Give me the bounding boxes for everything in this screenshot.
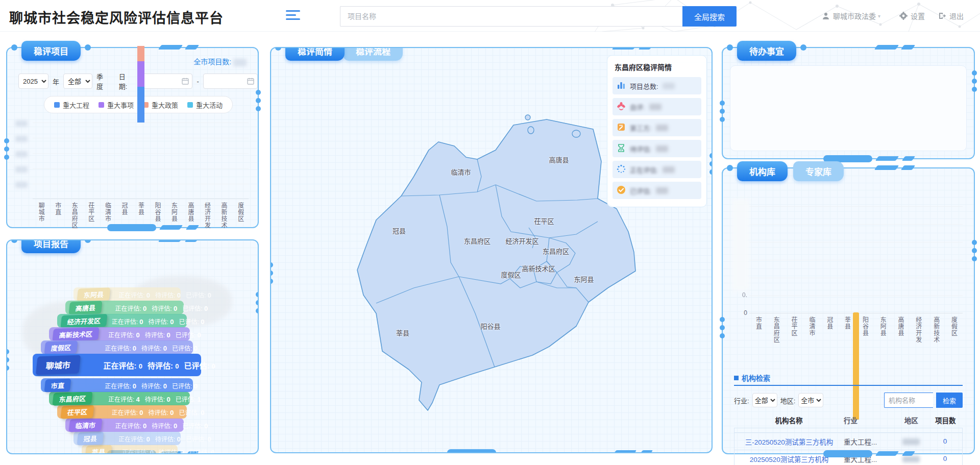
bar-segment-重大政策[interactable] <box>137 46 144 61</box>
gear-icon <box>899 12 908 20</box>
redacted-region <box>902 456 920 462</box>
blurred-tick <box>15 151 28 157</box>
stat-value: 0 <box>133 344 136 352</box>
stat-value: 0 <box>211 448 214 454</box>
frame-decoration <box>709 153 713 158</box>
stat-label: 待评估: <box>148 361 175 370</box>
org-search-filters: 行业: 全部 地区: 全市 检索 <box>734 392 963 408</box>
legend-item[interactable]: 重大活动 <box>187 100 223 110</box>
legend-item[interactable]: 重大事项 <box>99 100 134 110</box>
frame-decoration <box>256 106 261 111</box>
dashboard: 聊城市社会稳定风险评估信息平台 全局搜索 聊城市政法委 ▾ 设置 退出 稳评项目 <box>0 0 980 465</box>
region-report-row[interactable]: 度假区正在评估: 0待评估: 0已评估: 0 <box>41 340 193 354</box>
stat-value: 0 <box>150 448 154 454</box>
region-report-row[interactable]: 市直正在评估: 0待评估: 0已评估: 0 <box>41 378 193 392</box>
stat-label: 已评估: <box>172 345 194 352</box>
region-report-row[interactable]: 临清市正在评估: 0待评估: 0已评估: 0 <box>65 418 184 432</box>
region-report-row[interactable]: 经济开发区正在评估: 0待评估: 0已评估: 0 <box>57 314 187 328</box>
legend-item[interactable]: 重大政策 <box>143 100 178 110</box>
frame-decoration <box>972 70 977 76</box>
tab-assessment-summary[interactable]: 稳评简情 <box>285 47 345 61</box>
region-report-row[interactable]: 莘县正在评估: 0待评估: 0已评估: 0 <box>82 445 178 454</box>
region-report-row[interactable]: 东昌府区正在评估: 4待评估: 0已评估: 1 <box>49 391 190 405</box>
stat-label: 待评估: <box>145 396 167 403</box>
region-label: 东阿县 <box>77 287 111 301</box>
user-menu[interactable]: 聊城市政法委 ▾ <box>822 0 880 32</box>
date-start-input[interactable] <box>138 74 192 89</box>
region-report-row[interactable]: 高唐县正在评估: 0待评估: 0已评估: 0 <box>65 301 184 314</box>
stat-value: 4 <box>136 395 140 403</box>
stat-label: 待评估: <box>149 409 170 416</box>
region-report-row[interactable]: 聊城市正在评估: 0待评估: 0已评估: 0 <box>33 354 201 376</box>
stat-label: 待评估: <box>159 449 181 454</box>
stat-label: 已评估: <box>182 422 204 429</box>
frame-decoration <box>901 45 915 50</box>
tab-org-library[interactable]: 机构库 <box>737 161 788 181</box>
frame-decoration <box>972 79 977 84</box>
org-search-button[interactable]: 检索 <box>936 393 963 408</box>
industry-select[interactable]: 全部 <box>752 393 777 407</box>
settings-button[interactable]: 设置 <box>899 0 925 32</box>
region-stats: 正在评估: 0待评估: 0已评估: 0 <box>104 360 220 371</box>
bar-stack <box>137 46 144 123</box>
quarter-select[interactable]: 全部 <box>63 74 92 89</box>
search-input[interactable] <box>340 6 682 27</box>
tab-expert-library[interactable]: 专家库 <box>793 161 844 181</box>
region-report-row[interactable]: 茌平区正在评估: 0待评估: 0已评估: 0 <box>57 405 187 419</box>
category: 冠县 <box>820 316 838 372</box>
stat-label: 正在评估: <box>105 382 133 389</box>
frame-decoration <box>727 165 733 171</box>
logout-icon <box>938 12 946 20</box>
project-report-panel: 项目报告 东阿县正在评估: 0待评估: 0已评估: 0高唐县正在评估: 0待评估… <box>6 239 259 454</box>
summary-label: 项目总数: <box>630 81 658 91</box>
frame-decoration <box>874 45 899 50</box>
region-label: 茌平区 <box>61 405 94 419</box>
region-select[interactable]: 全市 <box>798 393 823 407</box>
org-name-input[interactable] <box>884 393 933 408</box>
menu-icon[interactable] <box>286 10 300 21</box>
frame-decoration <box>720 325 725 330</box>
frame-decoration <box>727 44 733 51</box>
year-select[interactable]: 2025 <box>18 74 48 89</box>
stat-label: 正在评估: <box>105 345 133 352</box>
stat-label: 已评估: <box>182 305 204 312</box>
tab-assessment-process[interactable]: 稳评流程 <box>344 47 403 61</box>
category-label: 经济开发 <box>915 316 921 372</box>
category: 东昌府区 <box>767 316 785 372</box>
table-row[interactable]: 三-20250520测试第三方机构重大工程...0 <box>734 432 962 450</box>
bar-segment-重大事项[interactable] <box>137 61 144 87</box>
blurred-tick <box>15 182 28 188</box>
frame-decoration <box>972 87 977 92</box>
stat-label: 待评估: <box>149 318 170 325</box>
redacted-value <box>656 125 668 131</box>
stat-value: 0 <box>163 382 167 389</box>
category: 莘县 <box>838 316 856 372</box>
bar-segment-重大工程[interactable] <box>137 87 144 123</box>
category-label: 高新技术 <box>933 316 939 372</box>
region-report-carousel: 东阿县正在评估: 0待评估: 0已评估: 0高唐县正在评估: 0待评估: 0已评… <box>7 240 258 453</box>
frame-decoration <box>256 90 261 95</box>
stability-bar-chart <box>33 123 249 199</box>
stat-label: 正在评估: <box>115 422 143 429</box>
region-label: 高唐县 <box>69 301 103 314</box>
legend-swatch <box>99 102 104 108</box>
category-label: 阳谷县 <box>862 316 868 372</box>
org-name-link[interactable]: 三-20250520测试第三方机构 <box>734 436 844 447</box>
logout-button[interactable]: 退出 <box>938 0 964 32</box>
region-report-row[interactable]: 东阿县正在评估: 0待评估: 0已评估: 0 <box>74 287 181 301</box>
user-icon <box>822 12 830 20</box>
frame-decoration <box>720 109 725 114</box>
stat-value: 0 <box>146 291 150 299</box>
region-report-row[interactable]: 冠县正在评估: 0待评估: 0已评估: 0 <box>74 431 181 445</box>
category-label: 临清市 <box>808 316 815 372</box>
frame-decoration <box>823 450 872 457</box>
org-project-count: 0 <box>928 437 962 445</box>
header: 聊城市社会稳定风险评估信息平台 全局搜索 聊城市政法委 ▾ 设置 退出 <box>0 0 980 32</box>
global-search-button[interactable]: 全局搜索 <box>682 6 737 27</box>
summary-label: 自评: <box>630 102 645 112</box>
region-report-row[interactable]: 高新技术区正在评估: 0待评估: 0已评估: 0 <box>49 327 190 341</box>
stat-label: 已评估: <box>184 361 211 370</box>
date-end-input[interactable] <box>203 74 258 89</box>
legend-item[interactable]: 重大工程 <box>54 100 89 110</box>
frame-decoration <box>4 155 9 160</box>
